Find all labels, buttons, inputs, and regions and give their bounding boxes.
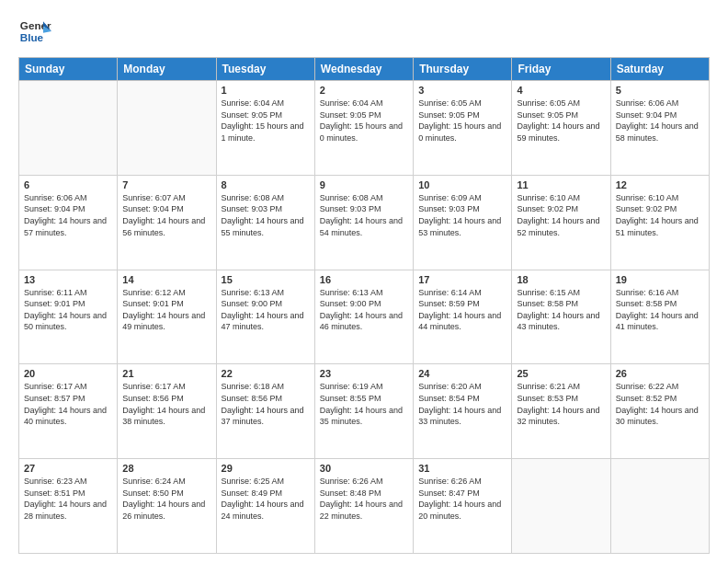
calendar-cell: 12Sunrise: 6:10 AMSunset: 9:02 PMDayligh…: [610, 175, 709, 270]
day-number: 30: [320, 463, 408, 474]
day-info: Sunrise: 6:05 AMSunset: 9:05 PMDaylight:…: [418, 98, 506, 144]
day-number: 1: [222, 85, 310, 96]
day-info: Sunrise: 6:11 AMSunset: 9:01 PMDaylight:…: [24, 287, 112, 333]
calendar-cell: 31Sunrise: 6:26 AMSunset: 8:47 PMDayligh…: [414, 459, 512, 554]
day-info: Sunrise: 6:06 AMSunset: 9:04 PMDaylight:…: [616, 98, 704, 144]
calendar-cell: 27Sunrise: 6:23 AMSunset: 8:51 PMDayligh…: [19, 459, 118, 554]
day-info: Sunrise: 6:13 AMSunset: 9:00 PMDaylight:…: [222, 287, 310, 333]
day-number: 13: [24, 274, 112, 285]
day-number: 14: [122, 274, 210, 285]
day-info: Sunrise: 6:18 AMSunset: 8:56 PMDaylight:…: [222, 381, 310, 427]
calendar-cell: 24Sunrise: 6:20 AMSunset: 8:54 PMDayligh…: [414, 364, 512, 459]
day-info: Sunrise: 6:15 AMSunset: 8:58 PMDaylight:…: [517, 287, 605, 333]
day-number: 23: [320, 368, 408, 379]
day-info: Sunrise: 6:06 AMSunset: 9:04 PMDaylight:…: [24, 192, 112, 238]
calendar-cell: 7Sunrise: 6:07 AMSunset: 9:04 PMDaylight…: [118, 175, 216, 270]
calendar-week-row: 20Sunrise: 6:17 AMSunset: 8:57 PMDayligh…: [19, 364, 710, 459]
day-info: Sunrise: 6:21 AMSunset: 8:53 PMDaylight:…: [517, 381, 605, 427]
calendar-cell: 20Sunrise: 6:17 AMSunset: 8:57 PMDayligh…: [19, 364, 118, 459]
calendar-week-row: 1Sunrise: 6:04 AMSunset: 9:05 PMDaylight…: [19, 81, 710, 176]
calendar-cell: [118, 81, 216, 176]
calendar-cell: 9Sunrise: 6:08 AMSunset: 9:03 PMDaylight…: [314, 175, 413, 270]
calendar-cell: 11Sunrise: 6:10 AMSunset: 9:02 PMDayligh…: [512, 175, 610, 270]
calendar-cell: 21Sunrise: 6:17 AMSunset: 8:56 PMDayligh…: [118, 364, 216, 459]
calendar-cell: 19Sunrise: 6:16 AMSunset: 8:58 PMDayligh…: [610, 270, 709, 364]
calendar-cell: 30Sunrise: 6:26 AMSunset: 8:48 PMDayligh…: [314, 459, 413, 554]
calendar-cell: 29Sunrise: 6:25 AMSunset: 8:49 PMDayligh…: [216, 459, 314, 554]
calendar-cell: 26Sunrise: 6:22 AMSunset: 8:52 PMDayligh…: [610, 364, 709, 459]
day-number: 16: [320, 274, 408, 285]
day-info: Sunrise: 6:04 AMSunset: 9:05 PMDaylight:…: [320, 98, 408, 144]
day-info: Sunrise: 6:26 AMSunset: 8:47 PMDaylight:…: [418, 476, 506, 522]
weekday-header: Monday: [118, 58, 216, 81]
weekday-header: Sunday: [19, 58, 118, 81]
calendar-cell: 10Sunrise: 6:09 AMSunset: 9:03 PMDayligh…: [414, 175, 512, 270]
day-info: Sunrise: 6:13 AMSunset: 9:00 PMDaylight:…: [320, 287, 408, 333]
calendar-cell: 22Sunrise: 6:18 AMSunset: 8:56 PMDayligh…: [216, 364, 314, 459]
day-info: Sunrise: 6:25 AMSunset: 8:49 PMDaylight:…: [222, 476, 310, 522]
calendar-cell: 1Sunrise: 6:04 AMSunset: 9:05 PMDaylight…: [216, 81, 314, 176]
calendar-cell: 18Sunrise: 6:15 AMSunset: 8:58 PMDayligh…: [512, 270, 610, 364]
calendar-cell: 5Sunrise: 6:06 AMSunset: 9:04 PMDaylight…: [610, 81, 709, 176]
day-info: Sunrise: 6:05 AMSunset: 9:05 PMDaylight:…: [517, 98, 605, 144]
day-number: 8: [222, 179, 310, 190]
calendar-cell: 28Sunrise: 6:24 AMSunset: 8:50 PMDayligh…: [118, 459, 216, 554]
calendar-cell: [610, 459, 709, 554]
header: General Blue: [18, 15, 710, 48]
day-info: Sunrise: 6:04 AMSunset: 9:05 PMDaylight:…: [222, 98, 310, 144]
day-number: 25: [517, 368, 605, 379]
day-info: Sunrise: 6:10 AMSunset: 9:02 PMDaylight:…: [616, 192, 704, 238]
day-info: Sunrise: 6:17 AMSunset: 8:57 PMDaylight:…: [24, 381, 112, 427]
day-number: 27: [24, 463, 112, 474]
calendar-cell: 8Sunrise: 6:08 AMSunset: 9:03 PMDaylight…: [216, 175, 314, 270]
day-info: Sunrise: 6:12 AMSunset: 9:01 PMDaylight:…: [122, 287, 210, 333]
calendar-cell: 25Sunrise: 6:21 AMSunset: 8:53 PMDayligh…: [512, 364, 610, 459]
day-number: 10: [418, 179, 506, 190]
day-number: 28: [122, 463, 210, 474]
calendar-cell: 23Sunrise: 6:19 AMSunset: 8:55 PMDayligh…: [314, 364, 413, 459]
day-number: 2: [320, 85, 408, 96]
day-info: Sunrise: 6:16 AMSunset: 8:58 PMDaylight:…: [616, 287, 704, 333]
weekday-header: Tuesday: [216, 58, 314, 81]
weekday-header: Thursday: [414, 58, 512, 81]
day-info: Sunrise: 6:19 AMSunset: 8:55 PMDaylight:…: [320, 381, 408, 427]
calendar-cell: 15Sunrise: 6:13 AMSunset: 9:00 PMDayligh…: [216, 270, 314, 364]
weekday-header: Wednesday: [314, 58, 413, 81]
weekday-header: Friday: [512, 58, 610, 81]
day-info: Sunrise: 6:17 AMSunset: 8:56 PMDaylight:…: [122, 381, 210, 427]
day-number: 17: [418, 274, 506, 285]
calendar-cell: 13Sunrise: 6:11 AMSunset: 9:01 PMDayligh…: [19, 270, 118, 364]
day-number: 4: [517, 85, 605, 96]
day-info: Sunrise: 6:14 AMSunset: 8:59 PMDaylight:…: [418, 287, 506, 333]
calendar: SundayMondayTuesdayWednesdayThursdayFrid…: [18, 57, 710, 554]
weekday-header: Saturday: [610, 58, 709, 81]
calendar-cell: 3Sunrise: 6:05 AMSunset: 9:05 PMDaylight…: [414, 81, 512, 176]
day-number: 31: [418, 463, 506, 474]
logo: General Blue: [18, 15, 51, 48]
day-number: 20: [24, 368, 112, 379]
day-info: Sunrise: 6:07 AMSunset: 9:04 PMDaylight:…: [122, 192, 210, 238]
calendar-week-row: 6Sunrise: 6:06 AMSunset: 9:04 PMDaylight…: [19, 175, 710, 270]
day-number: 21: [122, 368, 210, 379]
calendar-cell: 14Sunrise: 6:12 AMSunset: 9:01 PMDayligh…: [118, 270, 216, 364]
day-info: Sunrise: 6:09 AMSunset: 9:03 PMDaylight:…: [418, 192, 506, 238]
day-info: Sunrise: 6:23 AMSunset: 8:51 PMDaylight:…: [24, 476, 112, 522]
calendar-cell: [19, 81, 118, 176]
day-number: 19: [616, 274, 704, 285]
day-number: 6: [24, 179, 112, 190]
day-number: 26: [616, 368, 704, 379]
calendar-cell: 2Sunrise: 6:04 AMSunset: 9:05 PMDaylight…: [314, 81, 413, 176]
day-info: Sunrise: 6:20 AMSunset: 8:54 PMDaylight:…: [418, 381, 506, 427]
calendar-cell: [512, 459, 610, 554]
day-number: 5: [616, 85, 704, 96]
day-number: 9: [320, 179, 408, 190]
day-number: 11: [517, 179, 605, 190]
calendar-week-row: 13Sunrise: 6:11 AMSunset: 9:01 PMDayligh…: [19, 270, 710, 364]
day-info: Sunrise: 6:24 AMSunset: 8:50 PMDaylight:…: [122, 476, 210, 522]
calendar-cell: 4Sunrise: 6:05 AMSunset: 9:05 PMDaylight…: [512, 81, 610, 176]
day-number: 29: [222, 463, 310, 474]
day-number: 24: [418, 368, 506, 379]
day-info: Sunrise: 6:08 AMSunset: 9:03 PMDaylight:…: [320, 192, 408, 238]
day-number: 3: [418, 85, 506, 96]
day-info: Sunrise: 6:22 AMSunset: 8:52 PMDaylight:…: [616, 381, 704, 427]
